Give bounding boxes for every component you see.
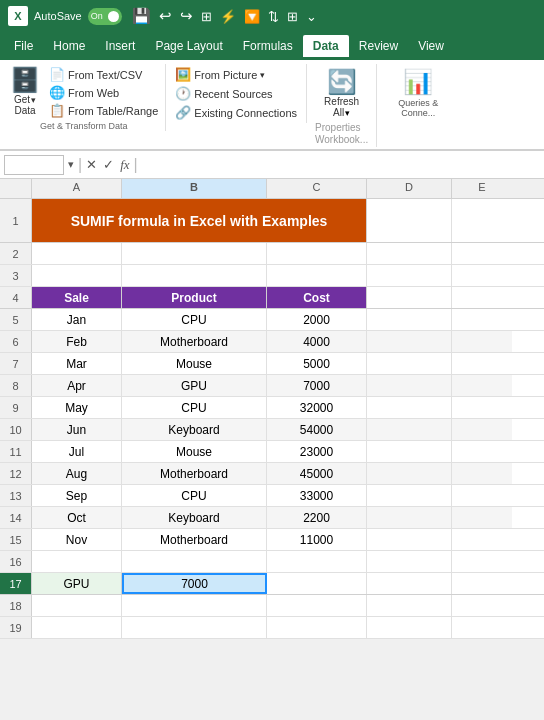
- get-data-dropdown: ▾: [31, 95, 36, 105]
- menu-item-insert[interactable]: Insert: [95, 35, 145, 57]
- cell[interactable]: Sep: [32, 485, 122, 506]
- col-header-a[interactable]: A: [32, 179, 122, 198]
- cell[interactable]: Mouse: [122, 353, 267, 374]
- existing-connections-label: Existing Connections: [194, 107, 297, 119]
- toolbar-icons: 💾 ↩ ↪ ⊞ ⚡ 🔽 ⇅ ⊞ ⌄: [132, 7, 317, 25]
- cell[interactable]: Motherboard: [122, 463, 267, 484]
- function-icon[interactable]: fx: [120, 157, 129, 173]
- cell[interactable]: Sale: [32, 287, 122, 308]
- refresh-icon: 🔄: [327, 68, 357, 96]
- cell[interactable]: 54000: [267, 419, 367, 440]
- cell[interactable]: Keyboard: [122, 507, 267, 528]
- cell[interactable]: Oct: [32, 507, 122, 528]
- from-web-button[interactable]: 🌐 From Web: [46, 84, 161, 101]
- cell[interactable]: Jul: [32, 441, 122, 462]
- dropdown-arrow-icon[interactable]: ▾: [68, 158, 74, 171]
- undo-icon[interactable]: ↩: [159, 7, 172, 25]
- cell[interactable]: Motherboard: [122, 331, 267, 352]
- menu-item-view[interactable]: View: [408, 35, 454, 57]
- refresh-button[interactable]: 🔄 Refresh All ▾: [318, 66, 365, 120]
- cell[interactable]: 32000: [267, 397, 367, 418]
- menu-item-formulas[interactable]: Formulas: [233, 35, 303, 57]
- filter-icon[interactable]: 🔽: [244, 9, 260, 24]
- queries-button[interactable]: 📊: [399, 66, 437, 98]
- cancel-icon[interactable]: ✕: [86, 157, 97, 173]
- cell[interactable]: Mouse: [122, 441, 267, 462]
- get-transform-label: Get & Transform Data: [40, 121, 128, 131]
- queries-connections-label: Queries & Conne...: [383, 98, 453, 118]
- existing-connections-button[interactable]: 🔗 Existing Connections: [172, 104, 300, 121]
- cell[interactable]: Mar: [32, 353, 122, 374]
- row-num: 15: [0, 529, 32, 550]
- cell[interactable]: Jun: [32, 419, 122, 440]
- web-icon: 🌐: [49, 85, 65, 100]
- grid-icon[interactable]: ⊞: [201, 9, 212, 24]
- queries-icon: 📊: [403, 68, 433, 96]
- from-text-csv-button[interactable]: 📄 From Text/CSV: [46, 66, 161, 83]
- autosave-toggle[interactable]: On: [88, 8, 122, 25]
- expand-icon[interactable]: ⌄: [306, 9, 317, 24]
- queries-group: 📊 Queries & Conne...: [377, 64, 459, 120]
- row-header-corner: [0, 179, 32, 198]
- sort-icon[interactable]: ⇅: [268, 9, 279, 24]
- from-picture-button[interactable]: 🖼️ From Picture ▾: [172, 66, 268, 83]
- cell[interactable]: 45000: [267, 463, 367, 484]
- cell[interactable]: Nov: [32, 529, 122, 550]
- cell[interactable]: Product: [122, 287, 267, 308]
- cell[interactable]: 2200: [267, 507, 367, 528]
- connect-group: 🖼️ From Picture ▾ 🕐 Recent Sources 🔗 Exi…: [166, 64, 307, 123]
- cell: [452, 199, 512, 242]
- row-num: 13: [0, 485, 32, 506]
- from-table-button[interactable]: 📋 From Table/Range: [46, 102, 161, 119]
- cell[interactable]: 4000: [267, 331, 367, 352]
- cell[interactable]: Motherboard: [122, 529, 267, 550]
- cell[interactable]: 2000: [267, 309, 367, 330]
- save-icon[interactable]: 💾: [132, 7, 151, 25]
- cell[interactable]: GPU: [122, 375, 267, 396]
- lightning-icon[interactable]: ⚡: [220, 9, 236, 24]
- menu-item-data[interactable]: Data: [303, 35, 349, 57]
- cell-b17-selected[interactable]: 7000: [122, 573, 267, 594]
- confirm-icon[interactable]: ✓: [103, 157, 114, 173]
- cell[interactable]: Jan: [32, 309, 122, 330]
- cell[interactable]: GPU: [32, 573, 122, 594]
- cell[interactable]: CPU: [122, 485, 267, 506]
- table-row: 12 Aug Motherboard 45000: [0, 463, 544, 485]
- menu-item-home[interactable]: Home: [43, 35, 95, 57]
- redo-icon[interactable]: ↪: [180, 7, 193, 25]
- col-header-e[interactable]: E: [452, 179, 512, 198]
- col-header-d[interactable]: D: [367, 179, 452, 198]
- more-icon[interactable]: ⊞: [287, 9, 298, 24]
- cell[interactable]: Keyboard: [122, 419, 267, 440]
- recent-sources-button[interactable]: 🕐 Recent Sources: [172, 85, 275, 102]
- picture-icon: 🖼️: [175, 67, 191, 82]
- table-row: 16: [0, 551, 544, 573]
- table-row: 4 Sale Product Cost: [0, 287, 544, 309]
- database-icon: 🗄️: [10, 66, 40, 94]
- row-num: 19: [0, 617, 32, 638]
- col-header-row: A B C D E: [0, 179, 544, 199]
- cell[interactable]: CPU: [122, 397, 267, 418]
- cell[interactable]: Apr: [32, 375, 122, 396]
- row-num: 2: [0, 243, 32, 264]
- cell[interactable]: 23000: [267, 441, 367, 462]
- menu-item-review[interactable]: Review: [349, 35, 408, 57]
- cell[interactable]: Feb: [32, 331, 122, 352]
- menu-item-page-layout[interactable]: Page Layout: [145, 35, 232, 57]
- menu-item-file[interactable]: File: [4, 35, 43, 57]
- cell[interactable]: Aug: [32, 463, 122, 484]
- cell[interactable]: CPU: [122, 309, 267, 330]
- table-row: 10 Jun Keyboard 54000: [0, 419, 544, 441]
- cell[interactable]: 7000: [267, 375, 367, 396]
- get-data-button[interactable]: 🗄️ Get ▾ Data: [6, 64, 44, 118]
- cell[interactable]: 11000: [267, 529, 367, 550]
- cell[interactable]: 33000: [267, 485, 367, 506]
- col-header-b[interactable]: B: [122, 179, 267, 198]
- formula-input[interactable]: =SUMIF(B5:B15,A17,C5:C15): [142, 158, 540, 172]
- col-header-c[interactable]: C: [267, 179, 367, 198]
- cell[interactable]: May: [32, 397, 122, 418]
- cell[interactable]: 5000: [267, 353, 367, 374]
- excel-icon: X: [8, 6, 28, 26]
- cell-reference-input[interactable]: B17: [4, 155, 64, 175]
- cell[interactable]: Cost: [267, 287, 367, 308]
